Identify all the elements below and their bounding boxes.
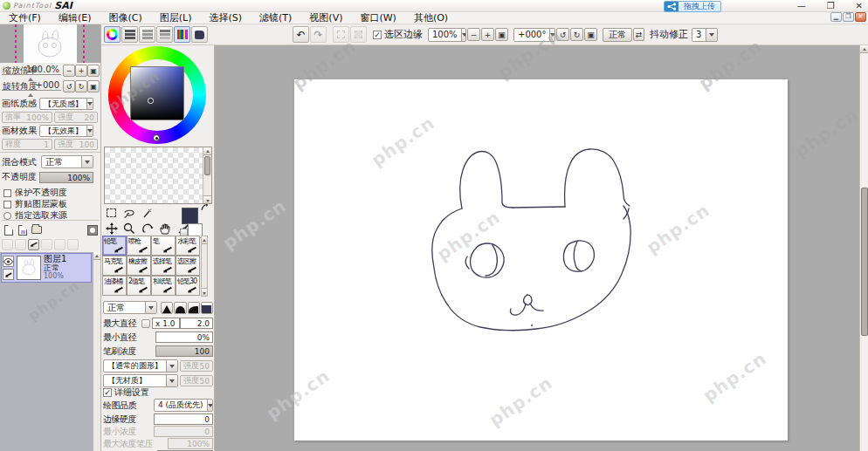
rotate-cw-button[interactable]: ↻ xyxy=(570,28,583,41)
edge-shape-linear-button[interactable] xyxy=(161,302,173,314)
blend-mode-combo[interactable]: 正常 xyxy=(41,155,93,168)
close-button[interactable]: ✕ xyxy=(852,0,866,11)
navigator-zoom-reset-button[interactable]: ▣ xyxy=(87,65,100,77)
magic-wand-tool[interactable] xyxy=(140,206,155,220)
new-pixel-layer-button[interactable] xyxy=(16,223,30,236)
brush-marker[interactable]: 马克笔 xyxy=(102,256,127,276)
diameter-multiplier-field[interactable]: x 1.0 xyxy=(152,318,180,329)
zoom-reset-button[interactable]: ▣ xyxy=(495,28,508,41)
menu-image[interactable]: 图像(C) xyxy=(100,12,150,24)
min-density-field[interactable]: 0 xyxy=(154,426,213,437)
brush-pencil30[interactable]: 铅笔30 xyxy=(176,276,200,296)
brush-shape-combo[interactable]: 【通常的圆形】 xyxy=(103,359,178,372)
saturation-value-square[interactable] xyxy=(130,66,184,120)
redo-button[interactable]: ↷ xyxy=(310,26,327,43)
brush-eraser[interactable]: 橡皮擦 xyxy=(127,256,151,276)
hue-cursor-icon[interactable] xyxy=(153,134,160,141)
brush-pen[interactable]: 笔 xyxy=(151,236,176,256)
layer-mask-button[interactable] xyxy=(86,223,100,236)
material-effect-combo[interactable]: 【无效果】 xyxy=(39,125,93,137)
rotate-ccw-button[interactable]: ↺ xyxy=(556,28,569,41)
brush-airbrush[interactable]: 喷枪 xyxy=(127,236,151,256)
drawing-canvas[interactable] xyxy=(294,79,788,441)
shape-strength-field[interactable]: 强度 50 xyxy=(180,360,213,372)
mdi-minimize-button[interactable]: ▁ xyxy=(830,12,842,22)
diameter-unit-button[interactable] xyxy=(141,319,150,328)
scroll-up-icon[interactable] xyxy=(860,45,868,53)
scroll-up-icon[interactable] xyxy=(203,147,211,155)
scroll-up-icon[interactable] xyxy=(202,236,207,244)
brush-binary-pen[interactable]: 2值笔 xyxy=(127,276,151,296)
swatch-scratchpad[interactable] xyxy=(104,147,212,204)
mixer-panel-button[interactable] xyxy=(156,26,173,43)
brush-grid-scrollbar[interactable] xyxy=(201,236,208,297)
edge-shape-soft-button[interactable] xyxy=(188,302,200,314)
protect-opacity-checkbox[interactable]: 保护不透明度 xyxy=(3,187,67,199)
reselect-button[interactable] xyxy=(350,26,367,43)
edge-hardness-field[interactable]: 0 xyxy=(154,413,213,425)
brush-select-pen[interactable]: 选择笔 xyxy=(151,256,176,276)
zoom-tool[interactable] xyxy=(122,222,137,236)
menu-edit[interactable]: 编辑(E) xyxy=(50,12,100,24)
paper-texture-combo[interactable]: 【无质感】 xyxy=(39,98,93,110)
rgb-slider-panel-button[interactable] xyxy=(121,26,138,43)
hand-tool[interactable] xyxy=(158,222,173,236)
sv-cursor-icon[interactable] xyxy=(148,98,154,104)
layer-visibility-toggle[interactable] xyxy=(3,256,14,267)
zoom-in-button[interactable]: + xyxy=(481,28,494,41)
brush-density-slider[interactable]: 100 xyxy=(155,345,213,357)
layer-opacity-slider[interactable]: 100% xyxy=(39,172,93,183)
clipping-mask-checkbox[interactable]: 剪贴图层蒙板 xyxy=(3,198,67,210)
swatches-panel-button[interactable] xyxy=(174,26,190,43)
slider-marker-icon[interactable] xyxy=(28,91,33,97)
brush-watercolor[interactable]: 水彩笔 xyxy=(176,236,200,256)
scroll-down-icon[interactable] xyxy=(202,288,207,296)
menu-window[interactable]: 窗口(W) xyxy=(351,12,404,24)
scratchpad-scrollbar[interactable] xyxy=(203,147,211,203)
menu-layer[interactable]: 图层(L) xyxy=(151,12,201,24)
menu-filter[interactable]: 滤镜(T) xyxy=(251,12,300,24)
max-density-pressure-field[interactable]: 100% xyxy=(168,438,213,449)
layer-thumbnail[interactable] xyxy=(17,256,41,280)
minimize-button[interactable]: — xyxy=(794,0,809,11)
effect-degree-field[interactable]: 程度 1 xyxy=(2,139,52,150)
texture-strength-field[interactable]: 强度 20 xyxy=(54,112,98,123)
menu-view[interactable]: 视图(V) xyxy=(300,12,351,24)
new-folder-button[interactable] xyxy=(30,223,44,236)
navigator-zoom-in-button[interactable]: + xyxy=(75,65,87,77)
mdi-close-button[interactable]: ✕ xyxy=(855,12,866,22)
brush-bucket[interactable]: 油漆桶 xyxy=(102,276,127,296)
transfer-down-button[interactable] xyxy=(2,239,13,250)
delete-layer-button[interactable] xyxy=(41,239,52,250)
scroll-down-icon[interactable] xyxy=(203,195,211,203)
copy-layer-button[interactable] xyxy=(54,239,65,250)
min-diameter-slider[interactable]: 0% xyxy=(155,331,213,343)
menu-other[interactable]: 其他(O) xyxy=(405,12,457,24)
flip-view-button[interactable]: ⇄ xyxy=(633,28,644,41)
deselect-button[interactable] xyxy=(333,26,349,43)
rotate-reset-button[interactable]: ▣ xyxy=(584,28,597,41)
layer-row-selected[interactable]: 图层1 正常 100% xyxy=(1,253,92,283)
brush-pencil[interactable]: 铅笔 xyxy=(102,236,127,256)
texture-scale-field[interactable]: 倍率 100% xyxy=(2,112,52,123)
hsv-slider-panel-button[interactable] xyxy=(139,26,155,43)
edge-shape-curve-button[interactable] xyxy=(174,302,186,314)
foreground-color-swatch[interactable] xyxy=(182,208,198,224)
rect-select-tool[interactable] xyxy=(104,206,119,220)
clear-layer-button[interactable] xyxy=(28,239,39,250)
brush-select-eraser[interactable]: 选区擦 xyxy=(176,256,200,276)
normal-view-button[interactable]: 正常 xyxy=(603,28,632,42)
lasso-tool[interactable] xyxy=(122,206,137,220)
color-wheel[interactable] xyxy=(106,47,209,143)
navigator-rotate-reset-button[interactable]: ▣ xyxy=(87,80,100,92)
maximize-button[interactable]: ❐ xyxy=(823,0,838,11)
drag-upload-button[interactable]: 拖拽上传 xyxy=(664,1,721,12)
jitter-correction-combo[interactable]: 3 xyxy=(692,28,718,42)
navigator-preview[interactable] xyxy=(0,24,100,63)
swap-colors-icon[interactable] xyxy=(201,203,210,212)
navigator-rotate-cw-button[interactable]: ↻ xyxy=(75,80,87,92)
undo-button[interactable]: ↶ xyxy=(293,26,309,43)
edge-shape-hard-button[interactable] xyxy=(201,302,213,314)
scroll-thumb[interactable] xyxy=(204,156,210,175)
menu-select[interactable]: 选择(S) xyxy=(200,12,251,24)
